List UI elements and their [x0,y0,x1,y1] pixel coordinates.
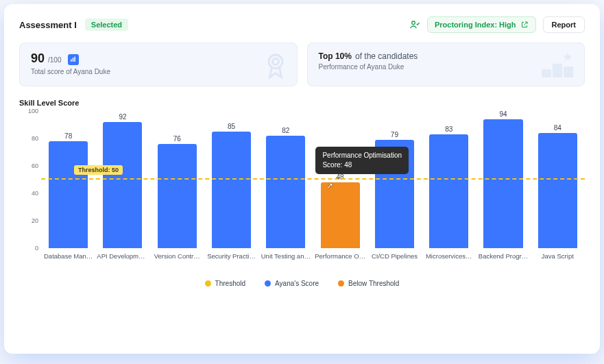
bar-value-label: 84 [538,124,577,132]
chart-title: Skill Level Score [19,99,585,107]
svg-rect-7 [553,64,562,77]
legend: Threshold Ayana's Score Below Threshold [19,280,585,287]
legend-score: Ayana's Score [265,280,319,287]
selected-badge: Selected [85,19,128,31]
bar-slot: 48 [313,111,367,248]
bar-slot: 83 [422,111,476,248]
bars-container: 78927685824879839484 [41,111,585,248]
svg-rect-3 [74,57,75,62]
svg-rect-2 [73,58,74,62]
y-tick: 80 [22,135,38,142]
bar[interactable]: 76 [158,144,197,248]
rank-strong: Top 10% [319,51,352,61]
legend-below-label: Below Threshold [348,280,399,287]
header-left: Assessment I Selected [19,19,128,31]
score-swatch [265,280,271,287]
podium-icon [540,51,575,79]
ribbon-icon [264,51,287,82]
threshold-line [41,178,585,180]
bar-value-label: 82 [266,127,305,134]
rank-rest: of the candidates [355,51,418,61]
x-label: Security Practi… [204,250,258,269]
x-label: API Developme… [95,250,149,269]
x-label: Unit Testing an… [258,250,313,269]
bar[interactable]: 48 [321,182,360,248]
bar-value-label: 85 [212,123,251,130]
bar[interactable]: 78 [49,141,88,248]
bar[interactable]: 85 [212,132,251,248]
x-label: CI/CD Pipelines [367,250,422,269]
bar-slot: 76 [150,111,204,248]
bar[interactable]: 94 [483,119,522,248]
y-tick: 100 [22,108,38,114]
legend-score-label: Ayana's Score [275,280,319,287]
bar-slot: 84 [531,111,585,248]
svg-point-0 [412,21,415,25]
threshold-swatch [205,280,211,287]
svg-rect-6 [542,69,551,77]
svg-rect-8 [564,66,573,77]
bar-slot: 85 [204,111,258,248]
bar[interactable]: 84 [538,133,577,248]
score-value: 90 [31,51,45,66]
proctoring-label: Proctoring Index: High [435,21,516,29]
bar[interactable]: 92 [103,122,142,248]
bar[interactable]: 79 [375,140,414,248]
svg-point-4 [269,55,282,69]
bar-slot: 78 [41,111,95,248]
user-check-icon[interactable] [409,19,420,30]
page-title: Assessment I [19,20,77,30]
svg-rect-1 [71,60,72,62]
stats-row: 90 /100 Total score of Ayana Duke Top 10… [19,43,585,86]
score-max: /100 [48,56,61,64]
bar-slot: 92 [95,111,149,248]
assessment-card: Assessment I Selected Proctoring Index: … [4,4,600,354]
rank-caption: Performance of Ayana Duke [319,63,574,71]
bar-value-label: 76 [158,135,197,143]
bar-value-label: 92 [103,113,142,121]
svg-point-5 [272,58,278,64]
y-tick: 0 [22,245,38,252]
x-label: Java Script [531,250,585,269]
total-score-card: 90 /100 Total score of Ayana Duke [19,43,298,86]
bar-slot: 94 [476,111,530,248]
plot-area: 78927685824879839484 020406080100Thresho… [41,111,585,248]
bar-value-label: 79 [375,131,414,138]
x-label: Backend Progr… [476,250,530,269]
y-tick: 60 [22,162,38,169]
y-tick: 20 [22,217,38,224]
legend-below: Below Threshold [338,280,399,287]
bar[interactable]: 83 [429,134,468,248]
threshold-label: Threshold: 50 [74,165,123,175]
y-tick: 40 [22,190,38,197]
bar-slot: 79 [367,111,422,248]
x-label: Performance O… [313,250,367,269]
x-label: Database Man… [41,250,95,269]
bar-value-label: 78 [49,132,88,140]
bar-value-label: 48 [321,173,360,181]
report-button[interactable]: Report [543,16,585,33]
x-axis-labels: Database Man…API Developme…Version Contr… [41,250,585,269]
chart: 78927685824879839484 020406080100Thresho… [19,111,585,269]
legend-threshold-label: Threshold [215,280,245,287]
legend-threshold: Threshold [205,280,245,287]
bar-value-label: 83 [429,125,468,133]
x-label: Version Contr… [150,250,204,269]
bar[interactable]: 82 [266,136,305,248]
header-right: Proctoring Index: High Report [409,16,585,33]
below-swatch [338,280,344,287]
bar-value-label: 94 [483,110,522,118]
rank-card: Top 10% of the candidates Performance of… [307,43,585,86]
external-link-icon [520,21,529,29]
bar-slot: 82 [258,111,313,248]
proctoring-index-button[interactable]: Proctoring Index: High [427,16,536,33]
header: Assessment I Selected Proctoring Index: … [19,16,585,33]
score-caption: Total score of Ayana Duke [31,68,286,75]
bar-chart-icon [68,54,79,65]
x-label: Microservices… [422,250,476,269]
